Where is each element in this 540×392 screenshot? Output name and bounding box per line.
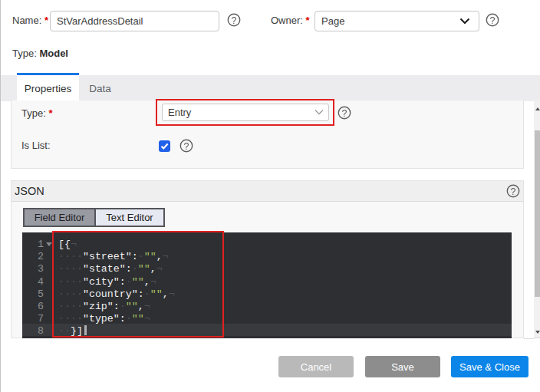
svg-text:?: ? xyxy=(342,108,347,119)
svg-text:?: ? xyxy=(511,186,516,197)
svg-text:?: ? xyxy=(490,15,496,26)
svg-text:?: ? xyxy=(184,141,189,152)
svg-text:?: ? xyxy=(232,15,237,26)
